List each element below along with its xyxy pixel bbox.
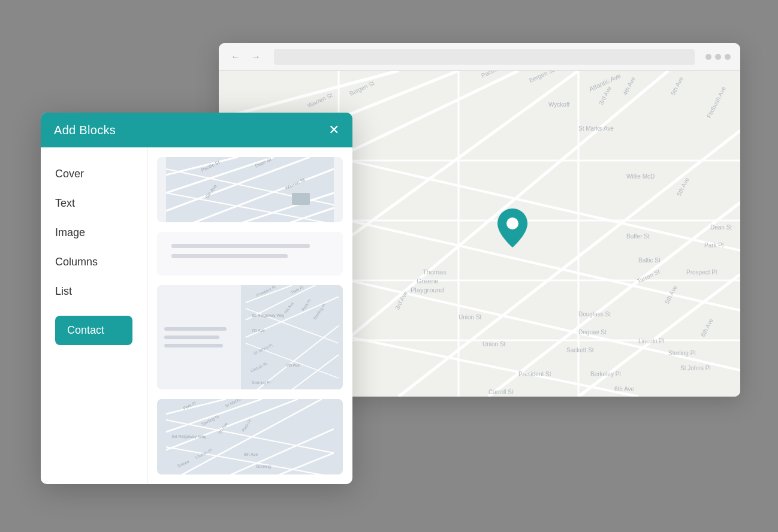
svg-text:Dean St: Dean St: [710, 224, 732, 231]
svg-text:Union St: Union St: [483, 341, 506, 347]
svg-text:Park Pl: Park Pl: [704, 242, 723, 249]
contact-button[interactable]: Contact: [55, 316, 132, 345]
browser-dots: [705, 54, 731, 60]
address-bar[interactable]: [274, 49, 695, 65]
svg-text:Sackett St: Sackett St: [566, 347, 594, 353]
nav-item-text[interactable]: Text: [41, 189, 147, 218]
svg-text:Wyckoff: Wyckoff: [548, 101, 570, 108]
dot-2: [715, 54, 721, 60]
svg-text:Carroll St: Carroll St: [488, 389, 514, 395]
svg-text:Berkeley Pl: Berkeley Pl: [590, 371, 621, 377]
nav-item-columns[interactable]: Columns: [41, 247, 147, 277]
add-blocks-panel: Add Blocks ✕ Cover Text Image Columns Li…: [41, 113, 352, 484]
svg-text:Playground: Playground: [411, 286, 444, 294]
svg-text:Baltic St: Baltic St: [638, 257, 661, 264]
svg-text:8th Ave: 8th Ave: [244, 452, 258, 457]
dot-3: [725, 54, 731, 60]
svg-text:Willie McD: Willie McD: [626, 173, 655, 180]
text-line-2: [171, 254, 288, 258]
svg-rect-60: [166, 157, 334, 222]
svg-point-59: [506, 217, 518, 229]
back-button[interactable]: ←: [228, 49, 243, 65]
svg-text:St Marks Ave: St Marks Ave: [578, 125, 614, 132]
svg-text:Gorning Pl: Gorning Pl: [251, 380, 270, 385]
svg-text:Greene: Greene: [417, 277, 439, 285]
cover-block-preview[interactable]: Pacific St Dean St 5th Ave Warren St: [157, 157, 343, 222]
svg-text:President St: President St: [518, 371, 551, 377]
browser-toolbar: ← →: [219, 43, 740, 71]
svg-text:6th Ave: 6th Ave: [614, 386, 635, 392]
map-only-block-preview[interactable]: Park Pl St Marks Ave Sterling Pl Bd Ridg…: [157, 399, 343, 474]
svg-text:Bd Ridgeway Way: Bd Ridgeway Way: [172, 434, 206, 439]
columns-text-side: [157, 285, 241, 389]
close-button[interactable]: ✕: [328, 123, 339, 137]
forward-button[interactable]: →: [249, 49, 263, 65]
nav-item-image[interactable]: Image: [41, 218, 147, 247]
text-block-preview[interactable]: [157, 232, 343, 276]
panel-content: Pacific St Dean St 5th Ave Warren St: [147, 147, 352, 484]
svg-text:8th Ave: 8th Ave: [286, 362, 300, 367]
svg-text:Bd Ridgeway Way: Bd Ridgeway Way: [251, 313, 285, 318]
svg-text:St Johns Pl: St Johns Pl: [680, 365, 711, 371]
columns-map-side: Prospect Pl Park Pl Bd Ridgeway Way 7th …: [241, 285, 343, 389]
columns-block-preview[interactable]: Prospect Pl Park Pl Bd Ridgeway Way 7th …: [157, 285, 343, 389]
nav-item-cover[interactable]: Cover: [41, 159, 147, 189]
svg-text:Degraw St: Degraw St: [578, 329, 607, 335]
svg-text:7th Ave: 7th Ave: [251, 328, 265, 332]
svg-text:Lincoln Pl: Lincoln Pl: [638, 338, 664, 344]
svg-text:Buffer St: Buffer St: [626, 233, 650, 240]
svg-text:Thomas: Thomas: [423, 268, 447, 276]
panel-header: Add Blocks ✕: [41, 113, 352, 147]
text-line-1: [171, 244, 310, 248]
svg-text:Prospect Pl: Prospect Pl: [686, 269, 717, 276]
svg-text:Gorning: Gorning: [256, 464, 271, 469]
svg-text:Sterling Pl: Sterling Pl: [668, 350, 696, 356]
svg-text:Douglass St: Douglass St: [578, 311, 611, 318]
panel-nav: Cover Text Image Columns List Contact: [41, 147, 147, 484]
panel-title: Add Blocks: [54, 123, 116, 137]
panel-body: Cover Text Image Columns List Contact: [41, 147, 352, 484]
nav-item-list[interactable]: List: [41, 277, 147, 306]
svg-text:Union St: Union St: [459, 314, 482, 321]
dot-1: [705, 54, 711, 60]
svg-rect-73: [292, 193, 310, 205]
